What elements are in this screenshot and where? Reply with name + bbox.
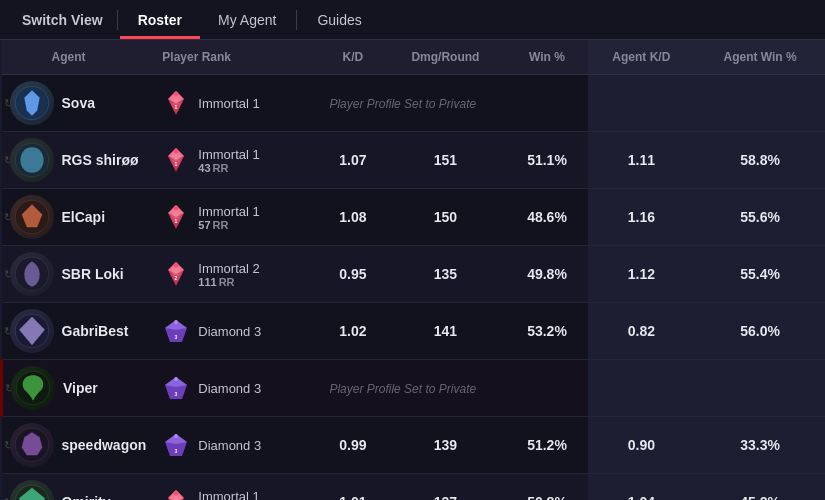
agent-win-pct-cell: 33.3% — [695, 417, 825, 474]
agent-avatar — [10, 252, 54, 296]
agent-cell: ↻ ElCapi — [2, 189, 155, 246]
header-agent-kd: Agent K/D — [588, 40, 696, 75]
agent-kd-cell: 0.90 — [588, 417, 696, 474]
agent-win-pct-value: 55.4% — [740, 266, 780, 282]
stat-value: 151 — [434, 152, 457, 168]
svg-point-6 — [174, 149, 179, 154]
stat-value: 53.2% — [527, 323, 567, 339]
agent-name: GabriBest — [62, 323, 129, 339]
agent-avatar — [11, 366, 55, 410]
switch-view-label: Switch View — [10, 0, 115, 39]
table-row: ↻ Sova 1 Immortal 1 — [2, 75, 826, 132]
dmg-cell: 151 — [384, 132, 506, 189]
rank-info: Diamond 3 — [198, 324, 261, 339]
header-agent: Agent — [2, 40, 155, 75]
header-dmg: Dmg/Round — [384, 40, 506, 75]
agent-cell: ↻ Omirity — [2, 474, 155, 501]
stat-value: 0.99 — [339, 437, 366, 453]
table-row: ↻ RGS shirøø 1 Immortal 1 — [2, 132, 826, 189]
table-header: Agent Player Rank K/D Dmg/Round Win % Ag… — [2, 40, 826, 75]
dmg-cell: 139 — [384, 417, 506, 474]
roster-table: Agent Player Rank K/D Dmg/Round Win % Ag… — [0, 40, 825, 500]
rank-name: Immortal 1 — [198, 489, 259, 501]
agent-win-pct-value: 55.6% — [740, 209, 780, 225]
agent-avatar — [10, 138, 54, 182]
rank-icon: 3 — [162, 431, 190, 459]
rank-info: Immortal 2 111RR — [198, 261, 259, 288]
dmg-cell: 150 — [384, 189, 506, 246]
rank-info: Immortal 1 57RR — [198, 204, 259, 231]
agent-cell: ↻ Viper — [2, 360, 155, 417]
tab-roster[interactable]: Roster — [120, 0, 200, 39]
rank-icon: 3 — [162, 317, 190, 345]
agent-name: Omirity — [62, 494, 111, 500]
agent-win-pct-value: 33.3% — [740, 437, 780, 453]
agent-kd-cell: 0.82 — [588, 303, 696, 360]
rank-name: Immortal 2 — [198, 261, 259, 276]
nav-divider — [117, 10, 118, 30]
table-row: ↻ SBR Loki 2 Immortal 2 — [2, 246, 826, 303]
rank-cell: 2 Immortal 2 111RR — [154, 246, 321, 303]
rank-name: Immortal 1 — [198, 96, 259, 111]
agent-win-pct-cell: 58.8% — [695, 132, 825, 189]
win-pct-cell: 53.2% — [507, 303, 588, 360]
header-player-rank: Player Rank — [154, 40, 321, 75]
svg-text:3: 3 — [175, 334, 178, 340]
agent-kd-cell: 1.04 — [588, 474, 696, 501]
svg-text:2: 2 — [175, 275, 178, 281]
agent-win-pct-cell: 56.0% — [695, 303, 825, 360]
tab-my-agent[interactable]: My Agent — [200, 0, 294, 39]
rank-cell: 1 Immortal 1 43RR — [154, 132, 321, 189]
agent-name: ElCapi — [62, 209, 106, 225]
agent-name: Viper — [63, 380, 98, 396]
top-navigation: Switch View Roster My Agent Guides — [0, 0, 825, 40]
agent-avatar — [10, 423, 54, 467]
win-pct-cell: 48.6% — [507, 189, 588, 246]
agent-win-pct-cell: 45.2% — [695, 474, 825, 501]
stat-value: 1.02 — [339, 323, 366, 339]
agent-kd-value: 1.11 — [628, 152, 655, 168]
rank-cell: 1 Immortal 1 57RR — [154, 189, 321, 246]
agent-avatar — [10, 81, 54, 125]
kd-cell: 1.02 — [321, 303, 384, 360]
rank-name: Immortal 1 — [198, 204, 259, 219]
agent-win-pct-cell — [695, 360, 825, 417]
rank-cell: 1 Immortal 1 22RR — [154, 474, 321, 501]
stat-value: 1.07 — [339, 152, 366, 168]
rank-icon: 1 — [162, 146, 190, 174]
rank-name: Diamond 3 — [198, 381, 261, 396]
svg-text:1: 1 — [175, 161, 178, 167]
agent-kd-cell — [588, 75, 696, 132]
rank-name: Immortal 1 — [198, 147, 259, 162]
stat-value: 51.1% — [527, 152, 567, 168]
dmg-cell: 135 — [384, 246, 506, 303]
private-profile-message: Player Profile Set to Private — [321, 75, 587, 132]
stat-value: 0.95 — [339, 266, 366, 282]
agent-cell: ↻ SBR Loki — [2, 246, 155, 303]
svg-text:3: 3 — [175, 448, 178, 454]
rank-name: Diamond 3 — [198, 438, 261, 453]
rank-info: Immortal 1 22RR — [198, 489, 259, 501]
dmg-cell: 137 — [384, 474, 506, 501]
agent-avatar — [10, 309, 54, 353]
header-kd: K/D — [321, 40, 384, 75]
win-pct-cell: 51.1% — [507, 132, 588, 189]
kd-cell: 0.99 — [321, 417, 384, 474]
agent-avatar — [10, 195, 54, 239]
private-profile-message: Player Profile Set to Private — [321, 360, 587, 417]
rank-icon: 1 — [162, 89, 190, 117]
stat-value: 137 — [434, 494, 457, 500]
rank-icon: 1 — [162, 203, 190, 231]
stat-value: 1.01 — [339, 494, 366, 500]
agent-name: Sova — [62, 95, 95, 111]
dmg-cell: 141 — [384, 303, 506, 360]
agent-kd-cell: 1.12 — [588, 246, 696, 303]
agent-kd-value: 0.82 — [628, 323, 655, 339]
table-row: ↻ Viper 3 Diamond 3 — [2, 360, 826, 417]
svg-point-2 — [174, 92, 179, 97]
kd-cell: 0.95 — [321, 246, 384, 303]
tab-guides[interactable]: Guides — [299, 0, 379, 39]
rank-cell: 3 Diamond 3 — [154, 360, 321, 417]
table-row: ↻ ElCapi 1 Immortal 1 57 — [2, 189, 826, 246]
svg-point-14 — [174, 263, 179, 268]
